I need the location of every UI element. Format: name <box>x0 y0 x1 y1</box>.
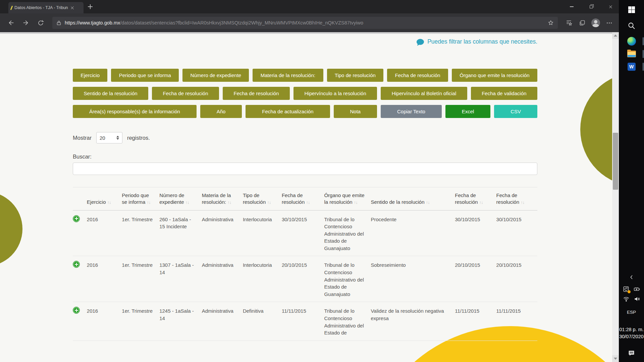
expand-row-button[interactable] <box>73 261 80 268</box>
search-label: Buscar: <box>73 154 537 160</box>
table-header-row: Ejercicio ↑↓Periodo que se informa ↑↓Núm… <box>73 187 537 210</box>
table-cell: Administrativa <box>202 210 243 256</box>
filter-button[interactable]: Fecha de validación <box>471 87 537 100</box>
tab-close-icon[interactable] <box>70 6 74 10</box>
filter-button[interactable]: Sentido de la resolución <box>73 87 148 100</box>
clock-date: 30/07/2020 <box>619 333 644 340</box>
column-header[interactable]: Ejercicio ↑↓ <box>87 187 122 210</box>
wifi-icon[interactable] <box>623 296 630 302</box>
sort-icon[interactable]: ↑↓ <box>306 200 310 205</box>
taskbar-word-button[interactable]: W <box>619 60 644 73</box>
filter-button[interactable]: Hipervínculo a la resolución <box>293 87 377 100</box>
filter-button[interactable]: Tipo de resolución <box>327 69 384 82</box>
table-cell: Administrativa <box>202 256 243 302</box>
column-header[interactable]: Periodo que se informa ↑↓ <box>122 187 159 210</box>
forward-button[interactable] <box>20 17 32 28</box>
start-button[interactable] <box>619 3 644 16</box>
filter-button[interactable]: Fecha de actualización <box>246 105 330 118</box>
language-indicator[interactable]: ESP <box>627 310 636 315</box>
edge-icon <box>627 37 636 46</box>
column-header[interactable]: Fecha de resolución ↑↓ <box>496 187 537 210</box>
filter-button[interactable]: Ejercicio <box>73 69 107 82</box>
column-header[interactable]: Órgano que emite la resolución ↑↓ <box>324 187 371 210</box>
search-input[interactable] <box>73 163 537 175</box>
close-button[interactable] <box>607 3 614 10</box>
excel-button[interactable]: Excel <box>445 105 491 118</box>
sort-icon[interactable]: ↑↓ <box>147 200 151 205</box>
volume-icon[interactable] <box>634 296 640 302</box>
copy-text-button[interactable]: Copiar Texto <box>381 105 442 118</box>
table-cell: 30/10/2015 <box>455 210 496 256</box>
sort-icon[interactable]: ↑↓ <box>479 200 483 205</box>
collections-icon[interactable] <box>577 18 587 28</box>
taskbar-clock[interactable]: 01:28 p. m. 30/07/2020 <box>619 326 644 340</box>
table-cell: Tribunal de lo Contencioso Administrativ… <box>324 210 371 256</box>
favorites-icon[interactable] <box>564 18 574 28</box>
expand-row-button[interactable] <box>73 215 80 222</box>
filter-button[interactable]: Año <box>200 105 242 118</box>
sync-status-icon[interactable] <box>623 286 630 293</box>
filter-button[interactable]: Fecha de resolución <box>223 87 290 100</box>
scroll-down-arrow[interactable] <box>612 355 619 362</box>
settings-menu-icon[interactable] <box>604 18 614 28</box>
filter-button[interactable]: Periodo que se informa <box>111 69 179 82</box>
records-per-page-value: 20 <box>100 135 105 141</box>
filter-button[interactable]: Número de expediente <box>182 69 249 82</box>
column-header[interactable]: Sentido de la resolución ↑↓ <box>371 187 455 210</box>
column-header[interactable]: Tipo de resolución ↑↓ <box>243 187 282 210</box>
sort-icon[interactable]: ↑↓ <box>107 200 111 205</box>
address-bar[interactable]: https://www.tjagto.gob.mx/datos/dataset/… <box>52 17 558 29</box>
table-cell: 20/10/2015 <box>496 256 537 302</box>
profile-avatar[interactable] <box>591 18 601 28</box>
new-tab-button[interactable] <box>88 4 93 9</box>
filter-button[interactable]: Hipervínculo al Boletín oficial <box>381 87 467 100</box>
sort-icon[interactable]: ↑↓ <box>227 200 231 205</box>
table-cell: 1er. Trimestre <box>122 256 159 302</box>
file-explorer-icon <box>627 51 636 57</box>
page-scrollbar[interactable] <box>612 32 619 362</box>
refresh-button[interactable] <box>35 17 46 28</box>
browser-tab[interactable]: Datos Abiertos - TJA - Tribunal d <box>8 2 84 13</box>
expand-row-button[interactable] <box>73 307 80 314</box>
filter-button[interactable]: Área(s) responsable(s) de la información <box>73 105 197 118</box>
csv-button[interactable]: CSV <box>494 105 537 118</box>
sort-icon[interactable]: ↑↓ <box>354 200 358 205</box>
column-header[interactable]: Fecha de resolución ↑↓ <box>282 187 324 210</box>
sort-icon[interactable]: ↑↓ <box>185 200 189 205</box>
battery-icon[interactable] <box>634 286 640 293</box>
column-header[interactable]: Fecha de resolución ↑↓ <box>455 187 496 210</box>
filter-button[interactable]: Fecha de resolución <box>387 69 448 82</box>
filter-button[interactable]: Materia de la resolución: <box>253 69 323 82</box>
filter-button[interactable]: Nota <box>334 105 377 118</box>
favorite-star-icon[interactable] <box>548 20 554 26</box>
records-per-page-select[interactable]: 20 <box>96 132 122 143</box>
minimize-button[interactable] <box>568 3 575 10</box>
taskbar-search-button[interactable] <box>619 19 644 32</box>
filter-hint-text: Puedes filtrar las columnas que necesite… <box>427 38 537 45</box>
action-center-button[interactable] <box>628 350 635 358</box>
sort-icon[interactable]: ↑↓ <box>426 200 430 205</box>
lock-icon <box>56 20 61 26</box>
tab-title: Datos Abiertos - TJA - Tribunal d <box>14 5 68 10</box>
windows-logo-icon <box>628 6 636 14</box>
screen: Datos Abiertos - TJA - Tribunal d <box>0 0 644 362</box>
filter-button[interactable]: Fecha de resolución <box>152 87 219 100</box>
column-header[interactable]: Número de expediente ↑↓ <box>159 187 202 210</box>
table-cell: Procedente <box>371 210 455 256</box>
sort-icon[interactable]: ↑↓ <box>521 200 524 205</box>
sort-icon[interactable]: ↑↓ <box>267 200 271 205</box>
back-button[interactable] <box>5 17 17 28</box>
column-header[interactable]: Materia de la resolución: ↑↓ <box>202 187 243 210</box>
scrollbar-thumb[interactable] <box>613 133 618 190</box>
taskbar-edge-button[interactable] <box>619 35 644 48</box>
scroll-up-arrow[interactable] <box>612 32 619 39</box>
filter-button[interactable]: Órgano que emite la resolución <box>452 69 537 82</box>
restore-button[interactable] <box>587 3 595 10</box>
table-cell: 1245 - 1aSala - 14 <box>159 302 202 341</box>
alert-dot <box>628 290 631 293</box>
taskbar-file-explorer-button[interactable] <box>619 48 644 60</box>
page-content: Puedes filtrar las columnas que necesite… <box>73 32 537 341</box>
tray-expand-chevron[interactable] <box>629 275 634 281</box>
table-cell: Tribunal de lo Contencioso Administrativ… <box>324 256 371 302</box>
page-viewport: Puedes filtrar las columnas que necesite… <box>0 32 619 362</box>
